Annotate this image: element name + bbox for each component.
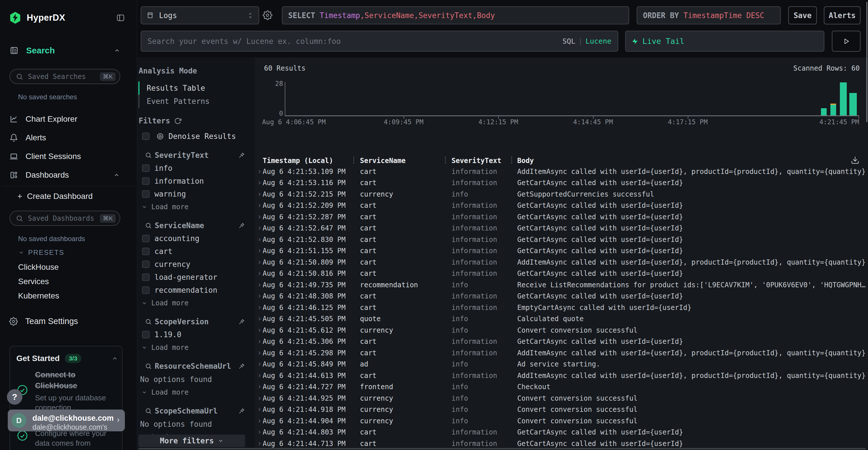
filter-option-information[interactable]: information [137, 177, 255, 185]
table-row[interactable]: Aug 6 4:21:52.215 PMcurrencyinfoGetSuppo… [255, 189, 868, 200]
pin-icon[interactable] [238, 318, 245, 325]
filter-option-recommendation[interactable]: recommendation [137, 286, 255, 294]
column-header-timestamp[interactable]: Timestamp (Local) [262, 157, 333, 165]
filter-option-1-19-0[interactable]: 1.19.0 [137, 330, 255, 339]
filter-option-warning[interactable]: warning [137, 190, 255, 198]
load-more-button[interactable]: Load more [142, 388, 255, 396]
filter-option-accounting[interactable]: accounting [137, 234, 255, 243]
table-row[interactable]: Aug 6 4:21:51.155 PMcartinformationGetCa… [255, 245, 868, 257]
checkbox[interactable] [142, 235, 150, 242]
order-by-input[interactable]: ORDER BY TimestampTime DESC [637, 6, 781, 24]
checkbox[interactable] [142, 261, 150, 268]
checkbox[interactable] [142, 164, 150, 172]
table-row[interactable]: Aug 6 4:21:45.306 PMcartinformationGetCa… [255, 336, 868, 348]
expand-row-icon[interactable] [257, 395, 262, 401]
table-row[interactable]: Aug 6 4:21:53.109 PMcartinformationAddIt… [255, 166, 868, 178]
table-row[interactable]: Aug 6 4:21:52.287 PMcartinformationGetCa… [255, 211, 868, 223]
expand-row-icon[interactable] [257, 282, 262, 288]
saved-dashboards-input[interactable]: Saved Dashboards ⌘K [9, 211, 120, 226]
lucene-mode-toggle[interactable]: Lucene [586, 37, 611, 45]
chevron-up-icon[interactable] [113, 172, 120, 178]
expand-row-icon[interactable] [257, 237, 262, 243]
live-tail-button[interactable]: Live Tail [625, 31, 825, 52]
more-filters-button[interactable]: More filters [138, 435, 245, 447]
pin-icon[interactable] [238, 152, 245, 159]
tab-event-patterns[interactable]: Event Patterns [137, 95, 255, 108]
table-row[interactable]: Aug 6 4:21:44.803 PMcartinformationGetCa… [255, 427, 868, 438]
table-row[interactable]: Aug 6 4:21:52.209 PMcartinformationGetCa… [255, 200, 868, 212]
checkbox[interactable] [142, 178, 150, 185]
expand-row-icon[interactable] [257, 214, 262, 220]
select-columns-input[interactable]: SELECT Timestamp ,ServiceName,SeverityTe… [282, 6, 629, 24]
expand-row-icon[interactable] [257, 384, 262, 390]
load-more-button[interactable]: Load more [142, 344, 255, 352]
sidebar-item-client-sessions[interactable]: Client Sessions [9, 147, 137, 166]
expand-row-icon[interactable] [257, 225, 262, 231]
vertical-scrollbar[interactable] [866, 2, 867, 122]
table-row[interactable]: Aug 6 4:21:44.925 PMcurrencyinfoConvert … [255, 393, 868, 404]
table-row[interactable]: Aug 6 4:21:53.116 PMcartinformationGetCa… [255, 178, 868, 189]
presets-toggle[interactable]: PRESETS [19, 249, 64, 257]
table-row[interactable]: Aug 6 4:21:46.125 PMcartinformationEmpty… [255, 302, 868, 313]
table-row[interactable]: Aug 6 4:21:44.904 PMcurrencyinfoConvert … [255, 415, 868, 427]
sql-mode-toggle[interactable]: SQL [562, 37, 575, 45]
table-row[interactable]: Aug 6 4:21:44.727 PMfrontendinfoCheckout [255, 381, 868, 393]
collapse-sidebar-icon[interactable] [116, 13, 125, 22]
sidebar-item-team-settings[interactable]: Team Settings [9, 317, 78, 326]
search-query-input[interactable]: Search your events w/ Lucene ex. column:… [141, 31, 618, 52]
alerts-button[interactable]: Alerts [824, 6, 861, 24]
expand-row-icon[interactable] [257, 407, 262, 412]
refresh-icon[interactable] [174, 117, 181, 125]
expand-row-icon[interactable] [257, 169, 262, 174]
chevron-up-icon[interactable] [114, 47, 120, 54]
denoise-results-checkbox[interactable]: Denoise Results [137, 132, 255, 141]
sidebar-item-search[interactable]: Search [9, 45, 120, 56]
load-more-button[interactable]: Load more [142, 299, 255, 307]
preset-kubernetes[interactable]: Kubernetes [18, 289, 59, 303]
expand-row-icon[interactable] [257, 203, 262, 208]
expand-row-icon[interactable] [257, 180, 262, 186]
expand-row-icon[interactable] [257, 350, 262, 356]
expand-row-icon[interactable] [257, 339, 262, 344]
expand-row-icon[interactable] [257, 191, 262, 197]
checkbox[interactable] [142, 331, 150, 339]
table-row[interactable]: Aug 6 4:21:52.830 PMcartinformationGetCa… [255, 234, 868, 245]
table-row[interactable]: Aug 6 4:21:48.308 PMcartinformationGetCa… [255, 291, 868, 302]
column-header-servicename[interactable]: ServiceName [360, 157, 406, 165]
histogram-bar[interactable] [840, 83, 847, 116]
expand-row-icon[interactable] [257, 441, 262, 447]
table-row[interactable]: Aug 6 4:21:45.505 PMquoteinfoCalculated … [255, 313, 868, 325]
table-row[interactable]: Aug 6 4:21:52.647 PMcartinformationGetCa… [255, 223, 868, 234]
histogram-bar-warning[interactable] [830, 104, 836, 105]
histogram-bar[interactable] [821, 108, 827, 116]
table-row[interactable]: Aug 6 4:21:50.809 PMcartinformationAddIt… [255, 257, 868, 268]
table-row[interactable]: Aug 6 4:21:50.816 PMcartinformationGetCa… [255, 268, 868, 280]
filter-option-info[interactable]: info [137, 164, 255, 172]
sidebar-item-dashboards[interactable]: Dashboards [9, 166, 137, 184]
checkbox[interactable] [142, 133, 150, 140]
column-header-body[interactable]: Body [517, 157, 534, 165]
column-resize-handle[interactable] [353, 157, 354, 164]
save-button[interactable]: Save [788, 6, 817, 24]
tab-results-table[interactable]: Results Table [137, 82, 255, 95]
checkbox[interactable] [142, 248, 150, 255]
histogram-bar[interactable] [849, 93, 857, 116]
chevron-up-icon[interactable] [112, 355, 118, 362]
table-row[interactable]: Aug 6 4:21:44.918 PMcurrencyinfoConvert … [255, 404, 868, 416]
help-button[interactable]: ? [7, 389, 22, 405]
pin-icon[interactable] [238, 408, 245, 414]
filter-option-currency[interactable]: currency [137, 260, 255, 269]
preset-services[interactable]: Services [18, 275, 59, 289]
pin-icon[interactable] [238, 222, 245, 229]
expand-row-icon[interactable] [257, 293, 262, 299]
source-settings-gear-icon[interactable] [262, 10, 272, 20]
table-row[interactable]: Aug 6 4:21:49.735 PMrecommendationinfoRe… [255, 279, 868, 291]
checkbox[interactable] [142, 190, 150, 198]
expand-row-icon[interactable] [257, 316, 262, 322]
expand-row-icon[interactable] [257, 259, 262, 265]
expand-row-icon[interactable] [257, 327, 262, 333]
table-row[interactable]: Aug 6 4:21:45.298 PMcartinformationAddIt… [255, 347, 868, 359]
source-select[interactable]: Logs [141, 6, 259, 24]
checkbox[interactable] [142, 274, 150, 281]
table-row[interactable]: Aug 6 4:21:45.612 PMcurrencyinfoConvert … [255, 325, 868, 336]
